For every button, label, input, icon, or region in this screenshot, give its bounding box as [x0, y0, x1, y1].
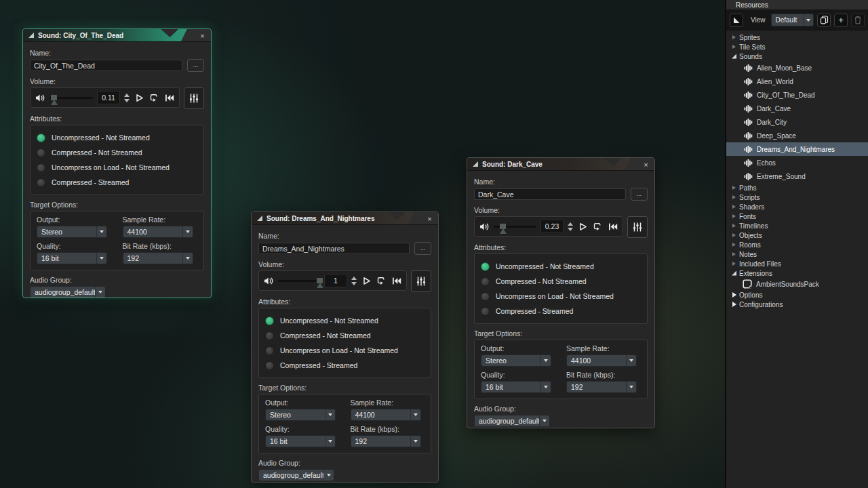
- collapse-window-icon[interactable]: [257, 216, 262, 221]
- attribute-option[interactable]: Compressed - Not Streamed: [265, 328, 425, 343]
- radio-icon[interactable]: [265, 317, 274, 325]
- quality-dropdown[interactable]: 16 bit: [481, 381, 551, 393]
- tree-expand-arrow-icon[interactable]: [730, 271, 738, 276]
- sample-rate-dropdown[interactable]: 44100: [123, 226, 193, 238]
- paste-resource-button[interactable]: [817, 14, 831, 27]
- dropdown-arrow-zone[interactable]: [96, 253, 106, 264]
- collapse-window-icon[interactable]: [473, 161, 478, 167]
- tree-item[interactable]: Tile Sets: [726, 42, 868, 52]
- audio-group-dropdown[interactable]: audiogroup_default: [30, 286, 106, 298]
- radio-icon[interactable]: [265, 331, 274, 340]
- output-dropdown[interactable]: Stereo: [37, 226, 107, 238]
- tree-expand-arrow-icon[interactable]: [730, 243, 738, 247]
- volume-spinner[interactable]: [124, 94, 130, 102]
- radio-icon[interactable]: [265, 346, 274, 355]
- radio-icon[interactable]: [265, 361, 274, 370]
- tree-expand-arrow-icon[interactable]: [730, 214, 738, 218]
- attribute-option[interactable]: Uncompress on Load - Not Streamed: [481, 289, 641, 304]
- dropdown-arrow-zone[interactable]: [323, 470, 334, 481]
- tree-item[interactable]: Dark_Cave: [726, 102, 868, 115]
- tree-item[interactable]: Included Files: [726, 259, 868, 268]
- dropdown-arrow-zone[interactable]: [182, 253, 193, 264]
- close-button[interactable]: ×: [197, 30, 208, 41]
- attribute-option[interactable]: Compressed - Streamed: [481, 304, 641, 319]
- tree-expand-arrow-icon[interactable]: [730, 195, 738, 199]
- tree-expand-arrow-icon[interactable]: [730, 233, 738, 237]
- collapse-window-icon[interactable]: [28, 33, 34, 38]
- tree-expand-arrow-icon[interactable]: [730, 224, 738, 228]
- volume-value[interactable]: 0.11: [97, 91, 120, 104]
- attribute-option[interactable]: Compressed - Not Streamed: [481, 274, 641, 289]
- tree-item[interactable]: Timelines: [726, 221, 868, 230]
- loop-button[interactable]: [376, 275, 387, 286]
- tree-item[interactable]: Fonts: [726, 211, 868, 221]
- tree-item[interactable]: Extreme_Sound: [726, 169, 868, 183]
- tree-item[interactable]: AmbientSoundsPack: [726, 278, 868, 290]
- tree-expand-arrow-icon[interactable]: [730, 302, 738, 307]
- tree-item[interactable]: Paths: [726, 183, 868, 192]
- tree-item[interactable]: Rooms: [726, 240, 868, 249]
- spinner-down-icon[interactable]: [124, 99, 130, 102]
- mixer-button[interactable]: [627, 216, 648, 238]
- radio-icon[interactable]: [37, 178, 45, 187]
- volume-slider[interactable]: [494, 226, 536, 228]
- spinner-up-icon[interactable]: [351, 277, 357, 280]
- tree-item[interactable]: Extensions: [726, 268, 868, 278]
- output-dropdown[interactable]: Stereo: [265, 409, 336, 421]
- tree-item[interactable]: Notes: [726, 249, 868, 259]
- add-resource-button[interactable]: +: [834, 14, 848, 27]
- tree-item[interactable]: Sprites: [726, 33, 868, 42]
- dropdown-arrow-zone[interactable]: [540, 382, 551, 392]
- sample-rate-dropdown[interactable]: 44100: [351, 409, 421, 421]
- tree-expand-arrow-icon[interactable]: [730, 252, 738, 256]
- dropdown-arrow-zone[interactable]: [540, 355, 551, 366]
- quality-dropdown[interactable]: 16 bit: [265, 435, 336, 447]
- radio-icon[interactable]: [481, 262, 490, 271]
- bit-rate-dropdown[interactable]: 192: [351, 435, 421, 447]
- dropdown-arrow-zone[interactable]: [539, 415, 549, 426]
- tree-item[interactable]: Alien_Moon_Base: [726, 61, 868, 75]
- audio-group-dropdown[interactable]: audiogroup_default: [474, 415, 550, 427]
- tree-item[interactable]: Objects: [726, 230, 868, 240]
- sample-rate-dropdown[interactable]: 44100: [566, 354, 637, 367]
- tree-expand-arrow-icon[interactable]: [730, 186, 738, 190]
- radio-icon[interactable]: [37, 148, 45, 157]
- resources-header[interactable]: Resources: [726, 0, 868, 10]
- name-input[interactable]: [30, 60, 182, 71]
- radio-icon[interactable]: [481, 277, 490, 286]
- tree-expand-arrow-icon[interactable]: [730, 45, 738, 49]
- radio-icon[interactable]: [37, 134, 45, 142]
- delete-resource-button[interactable]: [851, 14, 865, 27]
- tree-expand-arrow-icon[interactable]: [730, 205, 738, 209]
- window-titlebar[interactable]: Sound: Dreams_And_Nightmares ×: [252, 212, 438, 225]
- close-button[interactable]: ×: [425, 214, 435, 224]
- tree-item[interactable]: Alien_World: [726, 75, 868, 88]
- window-titlebar[interactable]: Sound: Dark_Cave ×: [467, 158, 654, 171]
- play-button[interactable]: [577, 221, 588, 232]
- tree-expand-arrow-icon[interactable]: [730, 54, 738, 59]
- volume-value[interactable]: 0.23: [540, 220, 564, 233]
- loop-button[interactable]: [592, 221, 603, 232]
- tree-expand-arrow-icon[interactable]: [730, 35, 738, 39]
- browse-button[interactable]: ...: [414, 242, 431, 255]
- collapse-all-button[interactable]: [730, 14, 743, 27]
- tree-item[interactable]: Options: [726, 290, 868, 300]
- attribute-option[interactable]: Uncompressed - Not Streamed: [481, 259, 641, 274]
- bit-rate-dropdown[interactable]: 192: [123, 252, 193, 264]
- mixer-button[interactable]: [411, 270, 431, 292]
- attribute-option[interactable]: Uncompressed - Not Streamed: [265, 313, 425, 328]
- quality-dropdown[interactable]: 16 bit: [37, 252, 107, 264]
- close-button[interactable]: ×: [641, 159, 651, 169]
- view-dropdown[interactable]: Default: [771, 14, 814, 26]
- spinner-down-icon[interactable]: [351, 282, 357, 285]
- volume-slider[interactable]: [278, 280, 320, 282]
- dropdown-arrow-zone[interactable]: [410, 436, 420, 447]
- play-button[interactable]: [134, 92, 144, 103]
- name-input[interactable]: [474, 188, 626, 200]
- name-input[interactable]: [258, 243, 410, 254]
- volume-value[interactable]: 1: [324, 274, 347, 287]
- attribute-option[interactable]: Uncompress on Load - Not Streamed: [265, 343, 425, 358]
- dropdown-arrow-zone[interactable]: [182, 226, 193, 237]
- dropdown-arrow-zone[interactable]: [803, 14, 813, 26]
- dropdown-arrow-zone[interactable]: [325, 436, 335, 447]
